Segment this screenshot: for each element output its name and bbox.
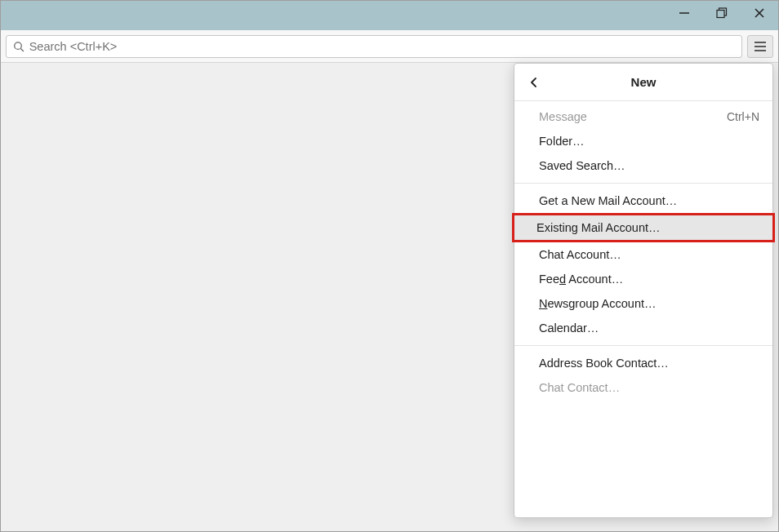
menu-item-address-book-contact[interactable]: Address Book Contact…	[514, 351, 772, 375]
menu-item-label: Get a New Mail Account…	[539, 194, 759, 207]
close-button[interactable]	[741, 1, 778, 25]
menu-item-feed-account[interactable]: Feed Account…	[514, 267, 772, 291]
menu-item-chat-account[interactable]: Chat Account…	[514, 242, 772, 267]
menu-item-label: Saved Search…	[539, 159, 759, 172]
maximize-button[interactable]	[703, 1, 741, 25]
svg-point-5	[15, 42, 22, 49]
menu-item-label: Existing Mail Account…	[536, 221, 759, 234]
restore-icon	[716, 7, 728, 19]
menu-item-calendar[interactable]: Calendar…	[514, 316, 772, 340]
menu-item-label: Feed Account…	[539, 273, 759, 286]
menu-group-1: Message Ctrl+N Folder… Saved Search…	[514, 101, 772, 181]
panel-title: New	[545, 75, 764, 89]
menu-item-label: Chat Contact…	[539, 381, 759, 394]
menu-item-label: Calendar…	[539, 321, 759, 335]
content-area: New Message Ctrl+N Folder… Saved Search……	[1, 63, 778, 531]
chevron-left-icon	[528, 77, 540, 88]
menu-item-label: Message	[539, 110, 727, 123]
menu-separator	[514, 183, 772, 184]
menu-item-newsgroup-account[interactable]: Newsgroup Account…	[514, 291, 772, 316]
search-input[interactable]	[29, 40, 735, 53]
menu-item-get-new-account[interactable]: Get a New Mail Account…	[514, 188, 772, 213]
search-icon	[13, 41, 24, 52]
menu-item-label: Chat Account…	[539, 248, 759, 261]
menu-group-2: Get a New Mail Account… Existing Mail Ac…	[514, 185, 772, 344]
minimize-icon	[679, 7, 690, 19]
menu-item-folder[interactable]: Folder…	[514, 129, 772, 153]
menu-group-3: Address Book Contact… Chat Contact…	[514, 348, 772, 403]
titlebar	[1, 1, 778, 30]
menu-item-label: Folder…	[539, 135, 759, 148]
menu-separator	[514, 345, 772, 346]
search-box[interactable]	[6, 35, 742, 58]
back-button[interactable]	[523, 71, 545, 94]
menu-item-label: Newsgroup Account…	[539, 297, 759, 310]
app-window: New Message Ctrl+N Folder… Saved Search……	[0, 0, 779, 532]
app-menu-button[interactable]	[747, 35, 773, 58]
menu-item-shortcut: Ctrl+N	[727, 110, 759, 123]
menu-item-saved-search[interactable]: Saved Search…	[514, 153, 772, 178]
svg-line-6	[20, 48, 23, 51]
svg-rect-2	[717, 11, 724, 18]
hamburger-icon	[754, 41, 767, 52]
toolbar	[1, 30, 778, 63]
panel-header: New	[514, 64, 772, 101]
minimize-button[interactable]	[665, 1, 703, 25]
menu-item-message: Message Ctrl+N	[514, 104, 772, 129]
close-icon	[754, 7, 765, 19]
menu-item-label: Address Book Contact…	[539, 357, 759, 370]
menu-item-existing-mail-account[interactable]: Existing Mail Account…	[512, 213, 775, 242]
new-submenu-panel: New Message Ctrl+N Folder… Saved Search……	[514, 63, 773, 518]
menu-item-chat-contact: Chat Contact…	[514, 375, 772, 400]
